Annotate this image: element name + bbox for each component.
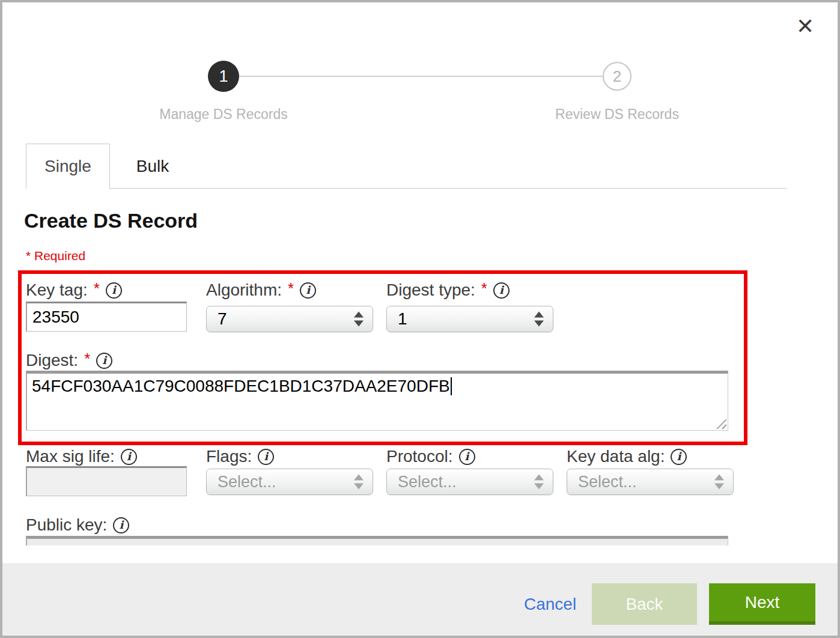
flags-label: Flags: i <box>206 446 274 467</box>
required-asterisk: * <box>94 279 100 298</box>
digest-textarea[interactable]: 54FCF030AA1C79C0088FDEC1BD1C37DAA2E70DFB <box>26 371 728 431</box>
key-tag-input[interactable] <box>26 302 187 332</box>
select-arrows-icon <box>354 475 364 490</box>
required-asterisk: * <box>84 350 90 368</box>
key-data-alg-label: Key data alg: i <box>567 446 687 467</box>
info-icon[interactable]: i <box>300 282 316 299</box>
step-2-label: Review DS Records <box>521 106 713 123</box>
create-ds-record-dialog: ✕ 1 2 Manage DS Records Review DS Record… <box>0 0 840 638</box>
info-icon[interactable]: i <box>493 282 510 299</box>
flags-select[interactable]: Select... <box>206 469 373 495</box>
close-icon[interactable]: ✕ <box>792 13 818 40</box>
key-data-alg-select-value: Select... <box>567 473 637 491</box>
algorithm-select[interactable]: 7 <box>206 306 373 332</box>
digest-label: Digest: * i <box>26 350 112 371</box>
tab-single[interactable]: Single <box>26 144 110 189</box>
required-asterisk: * <box>481 279 487 298</box>
select-arrows-icon <box>534 312 544 327</box>
digest-type-label: Digest type: * i <box>386 280 510 300</box>
public-key-label-text: Public key: <box>26 515 107 535</box>
key-tag-label-text: Key tag: <box>26 281 88 300</box>
algorithm-select-value: 7 <box>207 309 227 329</box>
required-asterisk: * <box>288 279 294 298</box>
info-icon[interactable]: i <box>671 449 687 465</box>
digest-type-label-text: Digest type: <box>386 281 475 300</box>
select-arrows-icon <box>534 475 544 490</box>
next-button[interactable]: Next <box>709 583 815 625</box>
tab-bulk[interactable]: Bulk <box>110 144 195 189</box>
step-1-circle: 1 <box>208 61 239 92</box>
digest-type-select[interactable]: 1 <box>386 306 553 332</box>
info-icon[interactable]: i <box>96 353 112 369</box>
select-arrows-icon <box>714 475 724 490</box>
info-icon[interactable]: i <box>121 449 137 465</box>
digest-type-select-value: 1 <box>387 309 407 329</box>
info-icon[interactable]: i <box>106 282 122 299</box>
step-2-circle: 2 <box>603 62 632 91</box>
key-tag-label: Key tag: * i <box>26 280 122 300</box>
algorithm-label: Algorithm: * i <box>206 280 316 300</box>
tab-underline <box>110 188 787 189</box>
page-title: Create DS Record <box>24 209 198 232</box>
digest-label-text: Digest: <box>26 351 78 370</box>
info-icon[interactable]: i <box>258 449 274 465</box>
public-key-label: Public key: i <box>26 515 129 535</box>
stepper-connector-line <box>239 76 604 77</box>
step-1-label: Manage DS Records <box>127 106 320 123</box>
resize-handle-icon[interactable] <box>716 419 726 429</box>
algorithm-label-text: Algorithm: <box>206 281 282 300</box>
info-icon[interactable]: i <box>459 449 475 465</box>
select-arrows-icon <box>354 312 364 327</box>
public-key-textarea[interactable] <box>26 536 728 545</box>
protocol-select[interactable]: Select... <box>386 469 553 495</box>
text-caret <box>451 377 452 395</box>
digest-value: 54FCF030AA1C79C0088FDEC1BD1C37DAA2E70DFB <box>32 377 450 395</box>
cancel-button[interactable]: Cancel <box>524 595 576 614</box>
required-note: * Required <box>26 249 85 263</box>
max-sig-life-input[interactable] <box>26 466 187 496</box>
key-data-alg-label-text: Key data alg: <box>567 447 665 466</box>
flags-label-text: Flags: <box>206 447 252 466</box>
max-sig-life-label: Max sig life: i <box>26 446 137 467</box>
flags-select-value: Select... <box>207 473 276 491</box>
back-button[interactable]: Back <box>592 583 697 625</box>
protocol-label-text: Protocol: <box>386 447 453 466</box>
max-sig-life-label-text: Max sig life: <box>26 447 115 466</box>
protocol-label: Protocol: i <box>386 446 475 467</box>
key-data-alg-select[interactable]: Select... <box>567 469 734 495</box>
protocol-select-value: Select... <box>387 473 457 491</box>
info-icon[interactable]: i <box>113 517 129 533</box>
